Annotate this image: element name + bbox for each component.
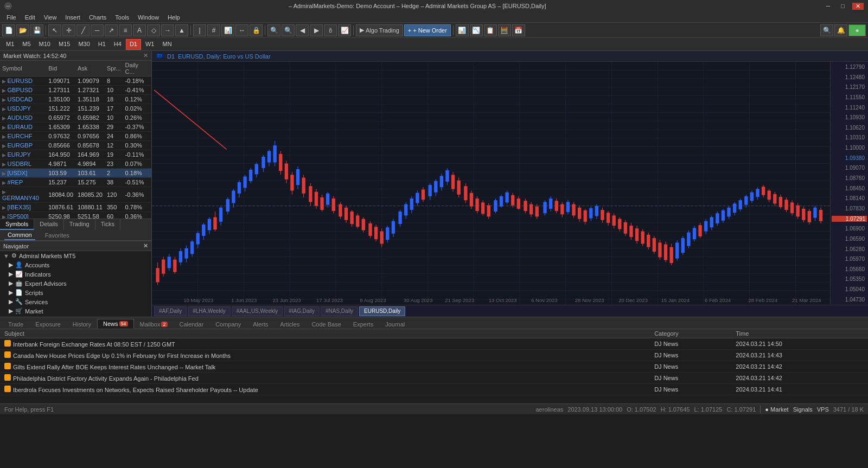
- nav-accounts[interactable]: ▶ 👤 Accounts: [0, 260, 151, 270]
- notifications-btn[interactable]: 🔔: [834, 24, 847, 36]
- tf-m15[interactable]: M15: [55, 39, 74, 50]
- news-row[interactable]: Canada New House Prices Edge Up 0.1% in …: [0, 350, 868, 361]
- tool-report[interactable]: 📋: [484, 24, 497, 36]
- menu-help[interactable]: Help: [163, 13, 184, 22]
- mw-tab-trading[interactable]: Trading: [64, 219, 95, 230]
- bottom-tab-articles[interactable]: Articles: [274, 319, 305, 329]
- tf-m10[interactable]: M10: [35, 39, 54, 50]
- menu-view[interactable]: View: [40, 13, 61, 22]
- menu-file[interactable]: File: [2, 13, 21, 22]
- chart-tab-eurusd[interactable]: EURUSD,Daily: [359, 306, 405, 316]
- symbol-cell[interactable]: ▶ GERMANY40: [0, 187, 46, 203]
- tool-period-sep[interactable]: |: [193, 24, 206, 36]
- tool-indicators[interactable]: 📈: [338, 24, 351, 36]
- tool-open[interactable]: 📂: [16, 24, 29, 36]
- menu-edit[interactable]: Edit: [21, 13, 40, 22]
- symbol-cell[interactable]: ▶ EURCHF: [0, 132, 46, 141]
- chart-tab-aal[interactable]: #AAL,US,Weekly: [232, 306, 283, 316]
- tf-d1[interactable]: D1: [126, 39, 141, 50]
- tf-h4[interactable]: H4: [110, 39, 125, 50]
- symbol-cell[interactable]: ▶ GBPUSD: [0, 86, 46, 95]
- tool-zoomout[interactable]: 🔍: [282, 24, 295, 36]
- market-watch-row[interactable]: ▶ GERMANY40 18084.00 18085.20 120 -0.36%: [0, 187, 151, 203]
- tool-cursor[interactable]: ↖: [48, 24, 61, 36]
- bottom-tab-codebase[interactable]: Code Base: [305, 319, 347, 329]
- tf-m30[interactable]: M30: [74, 39, 93, 50]
- chart-tab-iag[interactable]: #IAG,Daily: [284, 306, 320, 316]
- tool-autoscroll[interactable]: ↔: [235, 24, 248, 36]
- chart-tab-lha[interactable]: #LHA,Weekly: [188, 306, 230, 316]
- bottom-tab-mailbox[interactable]: Mailbox 2: [134, 319, 174, 329]
- bottom-tab-calendar[interactable]: Calendar: [174, 319, 210, 329]
- search-btn[interactable]: 🔍: [820, 24, 833, 36]
- tool-lock[interactable]: 🔒: [250, 24, 263, 36]
- market-watch-row[interactable]: ▶ USDJPY 151.222 151.239 17 0.02%: [0, 104, 151, 113]
- market-watch-row[interactable]: ▶ EURJPY 164.950 164.969 19 -0.11%: [0, 150, 151, 159]
- nav-indicators[interactable]: ▶ 📈 Indicators: [0, 270, 151, 279]
- chart-tab-af[interactable]: #AF,Daily: [154, 306, 187, 316]
- tf-m5[interactable]: M5: [18, 39, 34, 50]
- tool-fib[interactable]: ≡: [119, 24, 132, 36]
- tool-economic[interactable]: 📅: [512, 24, 525, 36]
- bottom-tab-history[interactable]: History: [67, 319, 97, 329]
- market-watch-row[interactable]: ▶ [SP500] 5250.98 5251.58 60 0.36%: [0, 212, 151, 219]
- tool-grid[interactable]: #: [207, 24, 220, 36]
- symbol-cell[interactable]: ▶ AUDUSD: [0, 113, 46, 123]
- tf-h1[interactable]: H1: [94, 39, 110, 50]
- symbol-cell[interactable]: ▶ USDCAD: [0, 95, 46, 104]
- symbol-cell[interactable]: ▶ [USDX]: [0, 169, 46, 178]
- new-order-btn[interactable]: + + New Order: [404, 24, 451, 36]
- symbol-cell[interactable]: ▶ USDBRL: [0, 159, 46, 169]
- symbol-cell[interactable]: ▶ EURUSD: [0, 76, 46, 86]
- tool-zoomin[interactable]: 🔍: [267, 24, 280, 36]
- news-row[interactable]: Philadelphia District Factory Activity E…: [0, 373, 868, 384]
- symbol-cell[interactable]: ▶ EURGBP: [0, 141, 46, 150]
- mw-tab-symbols[interactable]: Symbols: [0, 219, 34, 230]
- market-watch-row[interactable]: ▶ EURUSD 1.09071 1.09079 8 -0.18%: [0, 76, 151, 86]
- status-vps[interactable]: VPS: [817, 406, 829, 413]
- bottom-tab-experts[interactable]: Experts: [347, 319, 379, 329]
- bottom-tab-alerts[interactable]: Alerts: [247, 319, 274, 329]
- tool-arrow[interactable]: →: [161, 24, 174, 36]
- algo-trading-btn[interactable]: ▶ Algo Trading: [356, 24, 403, 36]
- market-watch-row[interactable]: ▶ GBPUSD 1.27311 1.27321 10 -0.41%: [0, 86, 151, 95]
- symbol-cell[interactable]: ▶ [SP500]: [0, 212, 46, 219]
- status-signals[interactable]: Signals: [793, 406, 813, 413]
- common-tab[interactable]: Common: [4, 230, 35, 240]
- market-watch-row[interactable]: ▶ USDBRL 4.9871 4.9894 23 0.07%: [0, 159, 151, 169]
- news-row[interactable]: Interbank Foreign Exchange Rates At 08:5…: [0, 338, 868, 350]
- chart-tab-nas[interactable]: #NAS,Daily: [321, 306, 358, 316]
- mw-tab-ticks[interactable]: Ticks: [95, 219, 120, 230]
- menu-insert[interactable]: Insert: [61, 13, 85, 22]
- market-watch-row[interactable]: ▶ EURAUD 1.65309 1.65338 29 -0.37%: [0, 123, 151, 132]
- bottom-tab-trade[interactable]: Trade: [2, 319, 29, 329]
- tool-save[interactable]: 💾: [30, 24, 43, 36]
- tool-chart-left[interactable]: ◀: [296, 24, 309, 36]
- market-watch-row[interactable]: ▶ [IBEX35] 10876.61 10880.11 350 0.78%: [0, 203, 151, 212]
- bottom-tab-journal[interactable]: Journal: [379, 319, 411, 329]
- tf-mn[interactable]: MN: [158, 39, 175, 50]
- nav-expert-advisors[interactable]: ▶ 🤖 Expert Advisors: [0, 279, 151, 288]
- market-watch-row[interactable]: ▶ EURCHF 0.97632 0.97656 24 0.86%: [0, 132, 151, 141]
- tool-line[interactable]: ╱: [76, 24, 90, 36]
- window-minimize[interactable]: ─: [4, 2, 12, 10]
- nav-vps[interactable]: ▶ ☁ VPS: [0, 316, 151, 317]
- menu-window[interactable]: Window: [133, 13, 163, 22]
- market-watch-row[interactable]: ▶ EURGBP 0.85666 0.85678 12 0.30%: [0, 141, 151, 150]
- nav-market[interactable]: ▶ 🛒 Market: [0, 306, 151, 316]
- tool-hline[interactable]: ─: [91, 24, 104, 36]
- news-row[interactable]: Iberdrola Focuses Investments on Network…: [0, 384, 868, 395]
- window-minimize-btn[interactable]: ─: [823, 3, 834, 10]
- bottom-tab-news[interactable]: News 94: [97, 319, 134, 329]
- mw-tab-details[interactable]: Details: [34, 219, 64, 230]
- navigator-close-btn[interactable]: ✕: [143, 242, 148, 249]
- nav-services[interactable]: ▶ 🔧 Services: [0, 297, 151, 306]
- tool-shape[interactable]: ◇: [147, 24, 160, 36]
- window-close-btn[interactable]: ✕: [852, 3, 864, 10]
- tool-marker[interactable]: ▲: [175, 24, 188, 36]
- tool-account-stats[interactable]: 📊: [456, 24, 469, 36]
- bottom-tab-company[interactable]: Company: [209, 319, 247, 329]
- window-maximize-btn[interactable]: □: [838, 3, 848, 10]
- symbol-cell[interactable]: ▶ [IBEX35]: [0, 203, 46, 212]
- tool-trendline[interactable]: ↗: [105, 24, 118, 36]
